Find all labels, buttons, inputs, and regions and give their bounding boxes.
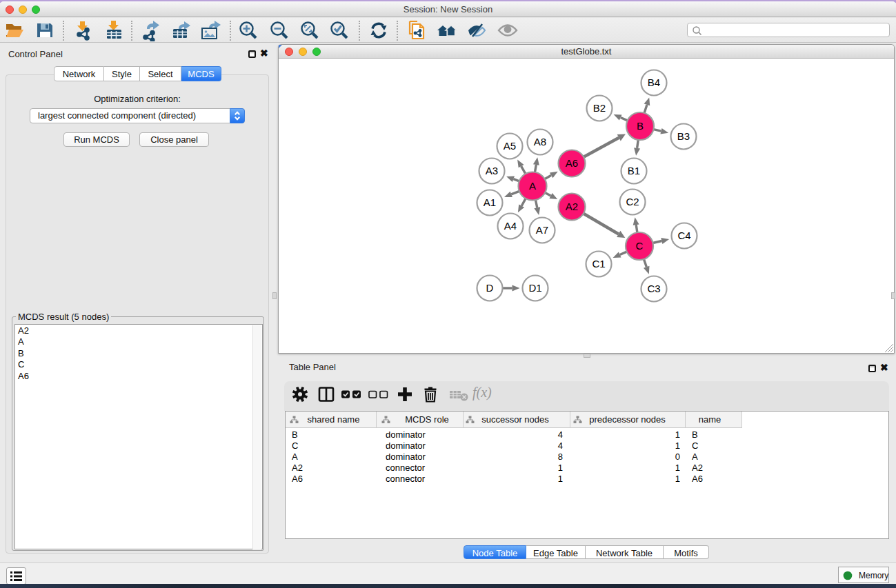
svg-text:C2: C2 xyxy=(626,196,639,207)
svg-text:A6: A6 xyxy=(566,157,578,169)
svg-text:A7: A7 xyxy=(536,224,548,236)
svg-text:A2: A2 xyxy=(566,201,578,212)
svg-text:D: D xyxy=(486,282,494,294)
svg-text:B: B xyxy=(637,120,644,132)
svg-text:A4: A4 xyxy=(504,220,517,232)
svg-text:A: A xyxy=(529,180,536,192)
svg-text:B3: B3 xyxy=(677,130,690,142)
svg-text:B4: B4 xyxy=(648,77,660,88)
svg-text:A3: A3 xyxy=(486,165,498,176)
svg-text:A5: A5 xyxy=(504,140,516,152)
svg-text:D1: D1 xyxy=(528,282,541,294)
svg-text:B2: B2 xyxy=(593,102,606,114)
svg-text:A8: A8 xyxy=(534,136,546,148)
svg-text:C: C xyxy=(636,240,644,252)
svg-text:B1: B1 xyxy=(628,165,640,176)
svg-text:A1: A1 xyxy=(484,196,496,208)
svg-text:C4: C4 xyxy=(677,230,690,241)
svg-text:C3: C3 xyxy=(647,283,660,294)
svg-text:C1: C1 xyxy=(592,258,605,270)
